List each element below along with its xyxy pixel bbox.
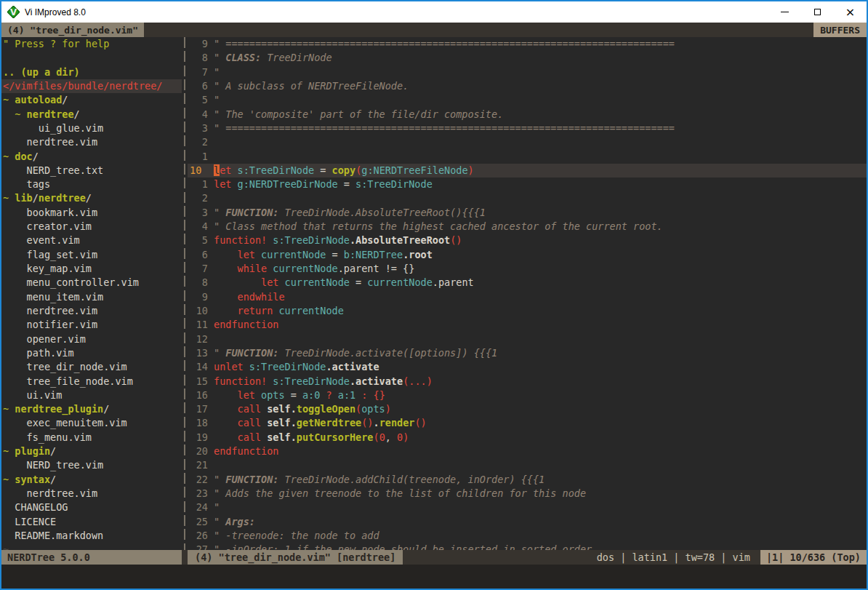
code-line[interactable]: 1	[188, 150, 867, 164]
syntax-segment: ()	[450, 234, 462, 246]
nerdtree-item[interactable]: ~ autoload/	[1, 93, 182, 107]
code-line[interactable]: 8 let currentNode = currentNode.parent	[188, 276, 867, 290]
nerdtree-item[interactable]: README.markdown	[1, 529, 182, 543]
syntax-segment: README.markdown	[3, 530, 103, 541]
code-line[interactable]: 9" =====================================…	[188, 37, 867, 51]
code-line[interactable]: 26" -treenode: the node to add	[188, 529, 867, 543]
nerdtree-item[interactable]: opener.vim	[1, 332, 182, 346]
nerdtree-item[interactable]: " Press ? for help	[1, 37, 182, 51]
code-line[interactable]: 24"	[188, 501, 867, 514]
nerdtree-item[interactable]: nerdtree.vim	[1, 487, 182, 501]
nerdtree-item[interactable]: notifier.vim	[1, 318, 182, 332]
nerdtree-item[interactable]: ui.vim	[1, 388, 182, 402]
syntax-segment: self.	[267, 417, 297, 428]
line-number: 1	[188, 178, 214, 191]
editor-lines[interactable]: 9" =====================================…	[188, 37, 867, 550]
syntax-segment: path.vim	[3, 347, 74, 359]
nerdtree-item[interactable]: flag_set.vim	[1, 248, 182, 262]
maximize-button[interactable]	[801, 1, 834, 23]
nerdtree-item[interactable]: ui_glue.vim	[1, 121, 182, 135]
code-line[interactable]: 27" -inOrder: 1 if the new node should b…	[188, 543, 867, 550]
code-text: let g:NERDTreeDirNode = s:TreeDirNode	[214, 178, 867, 191]
code-line[interactable]: 16 let opts = a:0 ? a:1 : {}	[188, 388, 867, 402]
nerdtree-item[interactable]: NERD_tree.vim	[1, 458, 182, 472]
code-line[interactable]: 8" CLASS: TreeDirNode	[188, 51, 867, 65]
code-line[interactable]: 12	[188, 332, 867, 346]
nerdtree-item[interactable]: tree_file_node.vim	[1, 375, 182, 388]
syntax-segment: )	[385, 403, 391, 415]
code-line[interactable]: 5function! s:TreeDirNode.AbsoluteTreeRoo…	[188, 234, 867, 247]
nerdtree-item[interactable]: tags	[1, 178, 182, 191]
code-line[interactable]: 7"	[188, 65, 867, 79]
nerdtree-item[interactable]: path.vim	[1, 346, 182, 360]
code-line[interactable]: 14unlet s:TreeDirNode.activate	[188, 360, 867, 374]
syntax-segment: function!	[214, 375, 267, 387]
code-line[interactable]: 7 while currentNode.parent != {}	[188, 262, 867, 276]
code-line[interactable]: 2	[188, 191, 867, 205]
nerdtree-item[interactable]: CHANGELOG	[1, 501, 182, 514]
close-button[interactable]: ×	[834, 1, 867, 23]
nerdtree-item[interactable]: nerdtree.vim	[1, 135, 182, 149]
minimize-button[interactable]	[768, 1, 801, 23]
syntax-segment: ~	[3, 151, 15, 162]
nerdtree-item[interactable]: ~ lib/nerdtree/	[1, 191, 182, 205]
nerdtree-item[interactable]: LICENCE	[1, 515, 182, 529]
code-line[interactable]: 20endfunction	[188, 445, 867, 458]
code-line[interactable]: 6" A subclass of NERDTreeFileNode.	[188, 79, 867, 93]
nerdtree-item[interactable]: creator.vim	[1, 220, 182, 234]
tab-current-buffer[interactable]: (4) "tree_dir_node.vim"	[1, 23, 144, 37]
nerdtree-item[interactable]: </vimfiles/bundle/nerdtree/	[1, 79, 182, 93]
nerdtree-item[interactable]: .. (up a dir)	[1, 65, 182, 79]
command-line[interactable]	[1, 565, 867, 589]
code-line[interactable]: 11endfunction	[188, 318, 867, 332]
code-line[interactable]: 2	[188, 135, 867, 149]
line-number: 3	[188, 121, 214, 135]
code-line[interactable]: 5"	[188, 93, 867, 107]
code-line[interactable]: 10 return currentNode	[188, 304, 867, 318]
code-line[interactable]: 21	[188, 458, 867, 472]
code-line[interactable]: 3" =====================================…	[188, 121, 867, 135]
code-line[interactable]: 3" FUNCTION: TreeDirNode.AbsoluteTreeRoo…	[188, 206, 867, 220]
nerdtree-item[interactable]: event.vim	[1, 234, 182, 247]
nerdtree-item[interactable]: fs_menu.vim	[1, 431, 182, 445]
code-line[interactable]: 17 call self.toggleOpen(opts)	[188, 402, 867, 416]
code-line[interactable]: 13" FUNCTION: TreeDirNode.activate([opti…	[188, 346, 867, 360]
code-line[interactable]: 15function! s:TreeDirNode.activate(...)	[188, 375, 867, 388]
code-line[interactable]: 23" Adds the given treenode to the list …	[188, 487, 867, 501]
nerdtree-item[interactable]: bookmark.vim	[1, 206, 182, 220]
code-line[interactable]: 6 let currentNode = b:NERDTree.root	[188, 248, 867, 262]
buffers-tab[interactable]: BUFFERS	[813, 23, 867, 37]
nerdtree-item	[1, 51, 182, 65]
nerdtree-item[interactable]: ~ plugin/	[1, 445, 182, 458]
code-line[interactable]: 10let s:TreeDirNode = copy(g:NERDTreeFil…	[188, 164, 867, 178]
syntax-segment: .AbsoluteTreeRoot	[350, 234, 450, 246]
nerdtree-item[interactable]: menu_controller.vim	[1, 276, 182, 290]
window-separator[interactable]	[182, 37, 188, 550]
nerdtree-item[interactable]: ~ nerdtree/	[1, 108, 182, 121]
code-line[interactable]: 19 call self.putCursorHere(0, 0)	[188, 431, 867, 445]
code-line[interactable]: 4" The 'composite' part of the file/dir …	[188, 108, 867, 121]
nerdtree-item[interactable]: nerdtree.vim	[1, 304, 182, 318]
code-line[interactable]: 22" FUNCTION: TreeDirNode.addChild(treen…	[188, 473, 867, 487]
nerdtree-item[interactable]: ~	[1, 543, 182, 550]
syntax-segment: currentNode	[261, 249, 326, 260]
status-gap	[182, 550, 188, 565]
syntax-segment: s:TreeDirNode	[273, 234, 350, 246]
nerdtree-item[interactable]: NERD_tree.txt	[1, 164, 182, 178]
nerdtree-item[interactable]: exec_menuitem.vim	[1, 416, 182, 430]
nerdtree-item[interactable]: ~ doc/	[1, 150, 182, 164]
nerdtree-item[interactable]: ~ nerdtree_plugin/	[1, 402, 182, 416]
nerdtree-item[interactable]: tree_dir_node.vim	[1, 360, 182, 374]
nerdtree-item[interactable]: key_map.vim	[1, 262, 182, 276]
code-line[interactable]: 9 endwhile	[188, 290, 867, 304]
line-number: 5	[188, 234, 214, 247]
syntax-segment: ()	[361, 417, 373, 428]
code-line[interactable]: 1let g:NERDTreeDirNode = s:TreeDirNode	[188, 178, 867, 191]
code-line[interactable]: 4" Class method that returns the highest…	[188, 220, 867, 234]
code-line[interactable]: 25" Args:	[188, 515, 867, 529]
nerdtree-item[interactable]: ~ syntax/	[1, 473, 182, 487]
nerdtree-item[interactable]: menu_item.vim	[1, 290, 182, 304]
syntax-segment	[214, 403, 238, 415]
code-line[interactable]: 18 call self.getNerdtree().render()	[188, 416, 867, 430]
code-text: call self.getNerdtree().render()	[214, 416, 867, 430]
